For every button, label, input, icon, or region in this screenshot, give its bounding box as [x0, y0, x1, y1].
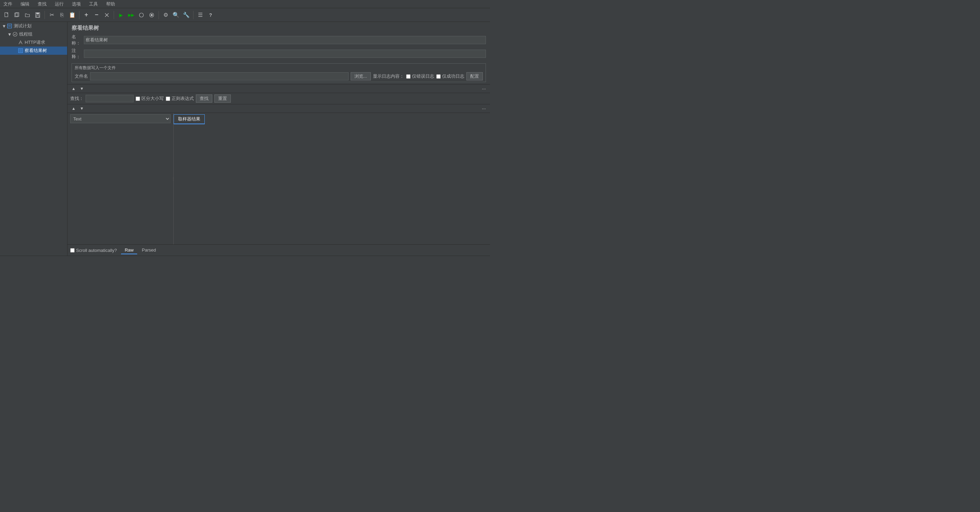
regex-checkbox[interactable]: [166, 97, 170, 101]
file-input[interactable]: [90, 72, 348, 81]
tree-item-http-request[interactable]: HTTP请求: [0, 38, 67, 46]
file-section: 所有数据写入一个文件 文件名 浏览... 显示日志内容： 仅错误日志 仅成功日志…: [72, 63, 486, 82]
regex-label[interactable]: 正则表达式: [166, 95, 194, 101]
inner-up-btn-2[interactable]: ▲: [70, 105, 77, 112]
run-button[interactable]: ▶: [116, 10, 126, 20]
config-button[interactable]: 配置: [466, 72, 483, 81]
case-sensitive-label[interactable]: 区分大小写: [135, 95, 164, 101]
remove-button[interactable]: −: [92, 10, 101, 20]
test-plan-icon: [7, 23, 12, 29]
dots-btn-1[interactable]: ···: [480, 86, 487, 91]
text-dropdown[interactable]: Text RegExp Tester XPath Tester HTML JSO…: [70, 114, 170, 123]
main-layout: ▼ 测试计划 ▼ 线程组 HTTP请求 察看结果树: [0, 22, 490, 256]
tree-item-test-plan[interactable]: ▼ 测试计划: [0, 22, 67, 30]
name-row: 名称：: [72, 34, 486, 46]
scroll-auto-text: Scroll automatically?: [76, 248, 117, 253]
case-sensitive-text: 区分大小写: [142, 95, 164, 101]
comment-label: 注释：: [72, 48, 84, 60]
cut-button[interactable]: ✂: [47, 10, 57, 20]
dots-btn-2[interactable]: ···: [480, 106, 487, 111]
right-content-pane: 取样器结果: [173, 113, 490, 244]
tab-parsed[interactable]: Parsed: [138, 246, 159, 254]
file-section-title: 所有数据写入一个文件: [75, 65, 483, 71]
remote-start-button[interactable]: ⚙: [161, 10, 170, 20]
svg-point-8: [151, 14, 153, 16]
left-panel-tree: ▼ 测试计划 ▼ 线程组 HTTP请求 察看结果树: [0, 22, 67, 256]
only-errors-label: 仅错误日志: [412, 73, 434, 79]
file-row: 文件名 浏览... 显示日志内容： 仅错误日志 仅成功日志 配置: [75, 72, 483, 81]
toolbar: ✂ ⎘ 📋 + − ▶ ▶▶ ⚙ 🔍 🔧 ☰ ?: [0, 8, 490, 22]
name-label: 名称：: [72, 34, 84, 46]
tab-sampler-results[interactable]: 取样器结果: [173, 114, 205, 124]
only-errors-checkbox[interactable]: [406, 74, 410, 79]
only-success-checkbox-label[interactable]: 仅成功日志: [436, 73, 464, 79]
file-label: 文件名: [75, 73, 88, 79]
add-button[interactable]: +: [81, 10, 91, 20]
case-sensitive-checkbox[interactable]: [135, 97, 140, 101]
left-pane-top: Text RegExp Tester XPath Tester HTML JSO…: [67, 113, 173, 125]
tree-arrow-test-plan: ▼: [2, 23, 7, 29]
remote-stop-button[interactable]: 🔍: [171, 10, 181, 20]
menu-file[interactable]: 文件: [2, 0, 14, 8]
separator-1: [45, 11, 45, 19]
search-input[interactable]: [86, 95, 134, 102]
bottom-tabs: Raw Parsed: [121, 246, 159, 254]
menu-help[interactable]: 帮助: [105, 0, 116, 8]
save-button[interactable]: [33, 10, 43, 20]
only-success-checkbox[interactable]: [436, 74, 441, 79]
stop-button[interactable]: [147, 10, 156, 20]
only-errors-checkbox-label[interactable]: 仅错误日志: [406, 73, 434, 79]
separator-5: [193, 11, 194, 19]
run-no-pause-button[interactable]: ▶▶: [126, 10, 136, 20]
open-button[interactable]: [22, 10, 32, 20]
v-splitter-handle[interactable]: ⋮: [172, 113, 174, 244]
thread-group-label: 线程组: [19, 31, 33, 37]
comment-input[interactable]: [84, 50, 486, 58]
scroll-auto-checkbox[interactable]: [70, 248, 75, 252]
tree-arrow-view-results: [12, 48, 18, 53]
inner-down-btn[interactable]: ▼: [78, 85, 85, 92]
svg-rect-5: [36, 16, 39, 17]
svg-rect-9: [8, 24, 12, 28]
thread-group-icon: [12, 32, 18, 37]
svg-point-6: [139, 13, 143, 17]
help-button[interactable]: ?: [206, 10, 215, 20]
status-bar: https://blog.csdn.net/qq_38628046: [0, 256, 490, 256]
separator-4: [159, 11, 159, 19]
tree-arrow-http-request: [12, 40, 18, 45]
new-button[interactable]: [2, 10, 12, 20]
view-results-label: 察看结果树: [25, 48, 47, 54]
left-content-pane: Text RegExp Tester XPath Tester HTML JSO…: [67, 113, 173, 244]
browse-button[interactable]: 浏览...: [351, 72, 371, 81]
menu-tools[interactable]: 工具: [88, 0, 99, 8]
tree-item-thread-group[interactable]: ▼ 线程组: [0, 30, 67, 38]
left-pane-content: [67, 125, 173, 244]
inner-toolbar-2: ▲ ▼ ···: [67, 104, 490, 113]
clear-button[interactable]: [102, 10, 111, 20]
menu-run[interactable]: 运行: [53, 0, 65, 8]
display-log-label: 显示日志内容：: [373, 73, 404, 79]
view-results-icon: [18, 48, 23, 53]
inner-down-btn-2[interactable]: ▼: [78, 105, 85, 112]
copy-button[interactable]: ⎘: [57, 10, 67, 20]
reset-button[interactable]: 重置: [214, 95, 231, 103]
comment-row: 注释：: [72, 48, 486, 60]
svg-point-12: [13, 32, 17, 36]
menu-find[interactable]: 查找: [36, 0, 48, 8]
tree-item-view-results[interactable]: 察看结果树: [0, 46, 67, 55]
name-input[interactable]: [84, 36, 486, 44]
svg-rect-2: [16, 13, 19, 16]
function-helper-button[interactable]: 🔧: [181, 10, 191, 20]
menu-options[interactable]: 选项: [70, 0, 82, 8]
only-success-label: 仅成功日志: [442, 73, 464, 79]
templates-button[interactable]: [12, 10, 22, 20]
inner-up-btn[interactable]: ▲: [70, 85, 77, 92]
paste-button[interactable]: 📋: [67, 10, 77, 20]
scroll-auto-label[interactable]: Scroll automatically?: [70, 248, 117, 253]
find-button[interactable]: 查找: [196, 95, 212, 103]
form-area: 名称： 注释：: [67, 34, 490, 61]
tab-raw[interactable]: Raw: [121, 246, 137, 254]
menu-edit[interactable]: 编辑: [19, 0, 31, 8]
pause-button[interactable]: [137, 10, 146, 20]
list-button[interactable]: ☰: [196, 10, 205, 20]
